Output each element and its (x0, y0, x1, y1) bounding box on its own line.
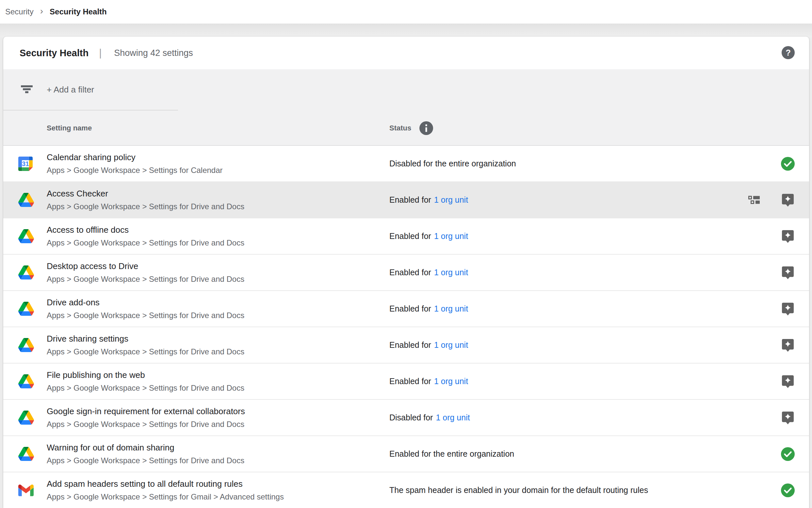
gmail-icon (18, 484, 34, 496)
recommendation-badge-icon[interactable] (782, 411, 794, 425)
app-icon-cell: 31 (18, 218, 34, 254)
settings-table-body: 31 Calendar sharing policy Apps > Google… (3, 146, 809, 508)
app-icon-cell: 31 (18, 436, 34, 472)
setting-path: Apps > Google Workspace > Settings for G… (47, 492, 360, 502)
setting-cell: Drive add-ons Apps > Google Workspace > … (47, 291, 360, 327)
setting-title: Drive add-ons (47, 297, 360, 308)
setting-title: Access Checker (47, 188, 360, 199)
table-row[interactable]: 31 Add spam headers setting to all defau… (3, 472, 809, 508)
status-cell: Enabled for 1 org unit (389, 364, 468, 399)
status-text: Enabled for (389, 268, 431, 277)
status-cell: Disabled for 1 org unit (389, 400, 470, 435)
app-icon-cell: 31 (18, 327, 34, 363)
setting-path: Apps > Google Workspace > Settings for D… (47, 420, 360, 429)
org-unit-link[interactable]: 1 org unit (434, 340, 468, 350)
setting-path: Apps > Google Workspace > Settings for D… (47, 202, 360, 211)
table-row[interactable]: 31 Drive sharing settings Apps > Google … (3, 327, 809, 364)
breadcrumb: Security › Security Health (0, 0, 812, 24)
svg-text:31: 31 (22, 160, 29, 167)
calendar-icon: 31 (18, 157, 33, 171)
setting-path: Apps > Google Workspace > Settings for C… (47, 166, 360, 175)
drive-icon (18, 447, 34, 461)
recommendation-badge-icon[interactable] (782, 302, 794, 316)
app-icon-cell: 31 (18, 146, 34, 181)
breadcrumb-parent[interactable]: Security (5, 7, 34, 16)
table-row[interactable]: 31 Calendar sharing policy Apps > Google… (3, 146, 809, 182)
security-health-card: Security Health | Showing 42 settings ? … (3, 37, 809, 508)
status-cell: Disabled for the entire organization (389, 146, 516, 181)
setting-title: Add spam headers setting to all default … (47, 479, 360, 489)
status-cell: The spam header is enabled in your domai… (389, 472, 648, 508)
org-unit-link[interactable]: 1 org unit (434, 231, 468, 241)
chevron-right-icon: › (40, 6, 43, 17)
help-icon: ? (781, 46, 795, 59)
org-unit-link[interactable]: 1 org unit (434, 195, 468, 205)
status-ok-check-icon (781, 483, 795, 498)
recommendation-badge-icon[interactable] (782, 338, 794, 352)
drive-icon (18, 302, 34, 316)
drive-icon (18, 193, 34, 207)
app-icon-cell: 31 (18, 255, 34, 290)
breadcrumb-current: Security Health (50, 7, 107, 16)
setting-path: Apps > Google Workspace > Settings for D… (47, 456, 360, 465)
column-status-label: Status (389, 124, 411, 132)
status-text: Enabled for the entire organization (389, 449, 514, 459)
filter-bar: + Add a filter (3, 69, 809, 110)
recommendation-badge-icon[interactable] (782, 193, 794, 207)
org-unit-link[interactable]: 1 org unit (434, 304, 468, 313)
table-row[interactable]: 31 Access Checker Apps > Google Workspac… (3, 182, 809, 218)
recommendation-badge-icon[interactable] (782, 229, 794, 243)
drive-icon (18, 338, 34, 352)
recommendation-badge-icon[interactable] (782, 375, 794, 388)
filter-funnel-icon[interactable] (20, 85, 33, 94)
setting-path: Apps > Google Workspace > Settings for D… (47, 238, 360, 248)
column-setting-name: Setting name (47, 111, 92, 146)
status-cell: Enabled for 1 org unit (389, 182, 468, 218)
title-divider: | (99, 47, 102, 59)
status-text: Enabled for (389, 377, 431, 386)
setting-cell: Desktop access to Drive Apps > Google Wo… (47, 255, 360, 290)
setting-path: Apps > Google Workspace > Settings for D… (47, 311, 360, 320)
table-column-headers: Setting name Status (3, 111, 809, 146)
recommendation-badge-icon[interactable] (782, 266, 794, 280)
app-icon-cell: 31 (18, 364, 34, 399)
table-row[interactable]: 31 Warning for out of domain sharing App… (3, 436, 809, 472)
status-cell: Enabled for 1 org unit (389, 327, 468, 363)
setting-cell: Drive sharing settings Apps > Google Wor… (47, 327, 360, 363)
app-icon-cell: 31 (18, 472, 34, 508)
setting-title: Drive sharing settings (47, 334, 360, 344)
table-row[interactable]: 31 Google sign-in requirement for extern… (3, 400, 809, 436)
status-text: Disabled for the entire organization (389, 159, 516, 168)
setting-title: Calendar sharing policy (47, 152, 360, 163)
app-icon-cell: 31 (18, 400, 34, 435)
table-row[interactable]: 31 Access to offline docs Apps > Google … (3, 218, 809, 255)
setting-title: Warning for out of domain sharing (47, 442, 360, 453)
status-text: Enabled for (389, 195, 431, 205)
drive-icon (18, 411, 34, 425)
org-unit-link[interactable]: 1 org unit (434, 377, 468, 386)
setting-cell: Add spam headers setting to all default … (47, 472, 360, 508)
help-button[interactable]: ? (781, 46, 795, 59)
status-ok-check-icon (781, 157, 795, 171)
status-cell: Enabled for the entire organization (389, 436, 514, 472)
status-cell: Enabled for 1 org unit (389, 218, 468, 254)
filter-and-header-section: + Add a filter Setting name Status (3, 69, 809, 146)
settings-count: Showing 42 settings (114, 48, 193, 58)
table-row[interactable]: 31 Drive add-ons Apps > Google Workspace… (3, 291, 809, 327)
setting-path: Apps > Google Workspace > Settings for D… (47, 347, 360, 356)
setting-title: File publishing on the web (47, 370, 360, 380)
status-text: The spam header is enabled in your domai… (389, 485, 648, 495)
org-unit-link[interactable]: 1 org unit (436, 413, 470, 422)
info-icon[interactable] (419, 121, 433, 135)
setting-cell: Calendar sharing policy Apps > Google Wo… (47, 146, 360, 181)
setting-cell: Access Checker Apps > Google Workspace >… (47, 182, 360, 218)
column-status: Status (389, 111, 433, 146)
setting-title: Desktop access to Drive (47, 261, 360, 271)
add-filter-button[interactable]: + Add a filter (47, 69, 94, 110)
org-unit-link[interactable]: 1 org unit (434, 268, 468, 277)
status-text: Enabled for (389, 340, 431, 350)
table-row[interactable]: 31 Desktop access to Drive Apps > Google… (3, 255, 809, 291)
table-row[interactable]: 31 File publishing on the web Apps > Goo… (3, 364, 809, 400)
drive-icon (18, 265, 34, 280)
setting-cell: Warning for out of domain sharing Apps >… (47, 436, 360, 472)
